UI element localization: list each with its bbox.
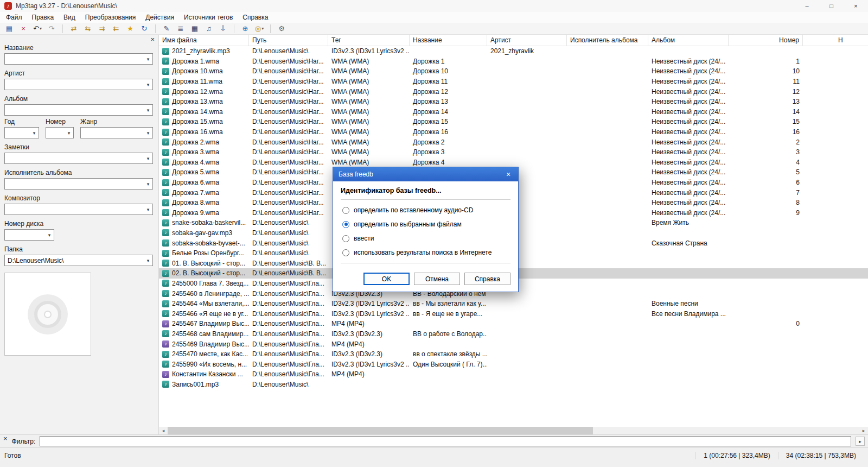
radio-option[interactable]: использовать результаты поиска в Интерне… xyxy=(342,249,509,256)
dialog-ok-button[interactable]: OK xyxy=(363,273,410,285)
filter-input[interactable] xyxy=(40,436,851,446)
remove-tag-icon[interactable]: × xyxy=(17,23,30,34)
menu-item[interactable]: Преобразования xyxy=(80,12,141,22)
freedb-icon[interactable]: ◎▾ xyxy=(253,23,266,34)
composer-combobox[interactable]: ▾ xyxy=(4,204,153,215)
cell-aartist xyxy=(567,319,648,329)
directory-combobox[interactable]: D:\Lenouser\Music\ ▾ xyxy=(4,255,153,266)
table-row[interactable]: ♪Дорожка 4.wmaD:\Lenouser\Music\Наг...WM… xyxy=(159,157,868,168)
table-row[interactable]: ♪2455990 «Их восемь, н...D:\Lenouser\Mus… xyxy=(159,359,868,369)
table-row[interactable]: ♪2455468 сам Владимир...D:\Lenouser\Musi… xyxy=(159,329,868,339)
extended-tags-icon[interactable]: ≣ xyxy=(174,23,187,34)
column-header[interactable]: Альбом xyxy=(648,35,729,46)
title-combobox[interactable]: ▾ xyxy=(4,53,153,65)
export-icon[interactable]: ⇩ xyxy=(216,23,229,34)
redo-icon[interactable]: ↷ xyxy=(45,23,58,34)
track-combobox[interactable]: ▾ xyxy=(46,127,74,138)
table-row[interactable]: ♪Дорожка 15.wmaD:\Lenouser\Music\Наг...W… xyxy=(159,117,868,127)
table-row[interactable]: ♪2455464 «Мы взлетали,...D:\Lenouser\Mus… xyxy=(159,299,868,309)
album-combobox[interactable]: ▾ xyxy=(4,104,153,116)
cell-tag: ID3v2.3 (ID3v2.3) xyxy=(328,329,410,339)
convert-tag-filename-icon[interactable]: ⇄ xyxy=(67,23,80,34)
edit-tag-icon[interactable]: ✎ xyxy=(160,23,173,34)
table-row[interactable]: ♪2455470 месте, как Кас...D:\Lenouser\Mu… xyxy=(159,349,868,359)
albumartist-combobox[interactable]: ▾ xyxy=(4,178,153,190)
radio-label: использовать результаты поиска в Интерне… xyxy=(354,249,492,256)
convert-filename-tag-icon[interactable]: ⇆ xyxy=(81,23,94,34)
table-row[interactable]: ♪Дорожка 12.wmaD:\Lenouser\Music\Наг...W… xyxy=(159,86,868,97)
dialog-cancel-button[interactable]: Отмена xyxy=(414,273,460,285)
column-header[interactable]: Путь xyxy=(249,35,328,46)
filter-close-icon[interactable]: × xyxy=(3,436,8,442)
file-type-icon: ♪ xyxy=(162,361,169,368)
web-sources-icon[interactable]: ⊕ xyxy=(239,23,252,34)
convert-filename-filename-icon[interactable]: ⇉ xyxy=(95,23,108,34)
cell-album: Неизвестный диск (24/... xyxy=(648,187,729,198)
cell-filename: ♪Дорожка 14.wma xyxy=(159,107,249,117)
table-row[interactable]: ♪Запись001.mp3D:\Lenouser\Music\ xyxy=(159,380,868,390)
panel-close-icon[interactable]: × xyxy=(150,36,155,43)
table-row[interactable]: ♪2021_zhyravlik.mp3D:\Lenouser\Music\ID3… xyxy=(159,46,868,56)
column-header[interactable]: Исполнитель альбома xyxy=(567,35,648,46)
cell-n xyxy=(803,157,868,168)
table-row[interactable]: ♪2455466 «Я еще не в уг...D:\Lenouser\Mu… xyxy=(159,308,868,319)
dialog-close-icon[interactable]: × xyxy=(499,167,518,181)
menu-item[interactable]: Вид xyxy=(59,12,80,22)
menu-item[interactable]: Действия xyxy=(141,12,179,22)
horizontal-scrollbar[interactable]: ◂ ▸ xyxy=(159,427,868,434)
scrollbar-thumb[interactable] xyxy=(168,427,593,434)
save-tag-icon[interactable]: ▤ xyxy=(3,23,16,34)
column-header[interactable]: Тег xyxy=(328,35,410,46)
cell-path: D:\Lenouser\Music\Наг... xyxy=(249,86,328,97)
column-header[interactable]: Н xyxy=(803,35,868,46)
table-row[interactable]: ♪Дорожка 16.wmaD:\Lenouser\Music\Наг...W… xyxy=(159,127,868,137)
cell-aartist xyxy=(567,117,648,127)
scroll-left-icon[interactable]: ◂ xyxy=(159,427,168,434)
minimize-button[interactable]: – xyxy=(795,0,819,12)
radio-option[interactable]: определить по вставленному аудио-CD xyxy=(342,206,509,214)
cover-art-icon[interactable]: ▦ xyxy=(188,23,201,34)
genre-combobox[interactable]: ▾ xyxy=(80,127,153,138)
column-header[interactable]: Номер xyxy=(729,35,803,46)
cell-tag: ID3v2.3 (ID3v2.3) xyxy=(328,349,410,359)
cell-track: 15 xyxy=(729,117,803,127)
discnumber-combobox[interactable]: ▾ xyxy=(4,229,54,241)
table-row[interactable]: ♪Дорожка 13.wmaD:\Lenouser\Music\Наг...W… xyxy=(159,97,868,107)
radio-option[interactable]: ввести xyxy=(342,235,509,242)
favorites-star-icon[interactable]: ★ xyxy=(124,23,137,34)
undo-icon[interactable]: ↶▾ xyxy=(31,23,44,34)
cell-title: Дорожка 2 xyxy=(410,137,487,147)
refresh-icon[interactable]: ↻ xyxy=(138,23,151,34)
playlist-icon[interactable]: ♫ xyxy=(202,23,215,34)
table-row[interactable]: ♪2455469 Владимир Выс...D:\Lenouser\Musi… xyxy=(159,339,868,349)
menu-item[interactable]: Справка xyxy=(238,12,273,22)
filter-expand-icon[interactable]: ▸ xyxy=(856,437,865,446)
dialog-help-button[interactable]: Справка xyxy=(464,273,510,285)
menu-item[interactable]: Источники тегов xyxy=(179,12,238,22)
artist-combobox[interactable]: ▾ xyxy=(4,79,153,90)
table-row[interactable]: ♪Константин Казански ...D:\Lenouser\Musi… xyxy=(159,369,868,380)
table-row[interactable]: ♪Дорожка 1.wmaD:\Lenouser\Music\Наг...WM… xyxy=(159,56,868,67)
table-row[interactable]: ♪Дорожка 11.wmaD:\Lenouser\Music\Наг...W… xyxy=(159,77,868,87)
table-row[interactable]: ♪Дорожка 10.wmaD:\Lenouser\Music\Наг...W… xyxy=(159,66,868,77)
table-row[interactable]: ♪Дорожка 14.wmaD:\Lenouser\Music\Наг...W… xyxy=(159,107,868,117)
menu-item[interactable]: Файл xyxy=(1,12,27,22)
cell-path: D:\Lenouser\Music\Гла... xyxy=(249,319,328,329)
options-icon[interactable]: ⚙ xyxy=(275,23,288,34)
table-row[interactable]: ♪Дорожка 2.wmaD:\Lenouser\Music\Наг...WM… xyxy=(159,137,868,147)
scroll-right-icon[interactable]: ▸ xyxy=(859,427,868,434)
column-header[interactable]: Название xyxy=(410,35,487,46)
dialog-title-bar[interactable]: База freedb × xyxy=(333,167,518,181)
column-header[interactable]: Артист xyxy=(487,35,567,46)
radio-option[interactable]: определить по выбранным файлам xyxy=(342,220,509,228)
convert-text-tag-icon[interactable]: ⇇ xyxy=(110,23,123,34)
cover-art-box[interactable] xyxy=(4,273,91,356)
year-combobox[interactable]: ▾ xyxy=(4,127,39,138)
menu-item[interactable]: Правка xyxy=(27,12,59,22)
close-button[interactable]: × xyxy=(844,0,868,12)
column-header[interactable]: Имя файла xyxy=(159,35,249,46)
maximize-button[interactable]: □ xyxy=(819,0,844,12)
table-row[interactable]: ♪Дорожка 3.wmaD:\Lenouser\Music\Наг...WM… xyxy=(159,147,868,157)
table-row[interactable]: ♪2455467 Владимир Выс...D:\Lenouser\Musi… xyxy=(159,319,868,329)
comment-combobox[interactable]: ▾ xyxy=(4,153,153,164)
